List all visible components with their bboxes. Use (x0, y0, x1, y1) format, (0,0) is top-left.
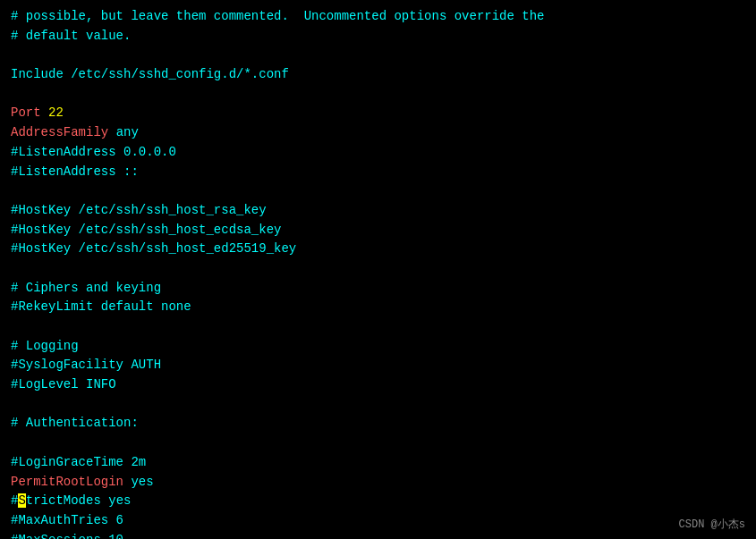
line-4: Include /etc/ssh/sshd_config.d/*.conf (11, 65, 745, 85)
line-rekeylimit: #RekeyLimit default none (11, 298, 745, 317)
watermark: CSDN @小杰s (679, 517, 745, 532)
permit-root-keyword: PermitRootLogin (11, 475, 131, 489)
line-empty1 (11, 181, 745, 201)
port-keyword: Port (11, 105, 48, 120)
line-empty3 (11, 317, 745, 337)
line-2: # default value. (11, 27, 745, 46)
address-family-value: any (116, 125, 139, 139)
line-address-family: AddressFamily any (11, 123, 745, 143)
line-auth-header: # Authentication: (11, 414, 745, 434)
port-value: 22 (48, 105, 64, 120)
line-1: # possible, but leave them commented. Un… (11, 7, 745, 27)
line-listen1: #ListenAddress 0.0.0.0 (11, 143, 745, 163)
line-empty4 (11, 395, 745, 415)
line-hostkey2: #HostKey /etc/ssh/ssh_host_ecdsa_key (11, 221, 745, 240)
line-listen2: #ListenAddress :: (11, 163, 745, 182)
line-hostkey1: #HostKey /etc/ssh/ssh_host_rsa_key (11, 201, 745, 221)
line-login-grace: #LoginGraceTime 2m (11, 453, 745, 473)
address-family-keyword: AddressFamily (11, 125, 116, 139)
line-ciphers-header: # Ciphers and keying (11, 279, 745, 299)
line-max-auth: #MaxAuthTries 6 (11, 511, 745, 531)
line-5 (11, 85, 745, 105)
line-loglevel: #LogLevel INFO (11, 375, 745, 395)
line-empty5 (11, 434, 745, 453)
line-strict-modes: #StrictModes yes (11, 492, 745, 511)
line-logging-header: # Logging (11, 337, 745, 357)
line-empty2 (11, 259, 745, 279)
line-syslog: #SyslogFacility AUTH (11, 356, 745, 375)
line-3 (11, 46, 745, 65)
terminal: # possible, but leave them commented. Un… (0, 0, 756, 539)
cursor: S (18, 493, 25, 508)
line-hostkey3: #HostKey /etc/ssh/ssh_host_ed25519_key (11, 240, 745, 259)
line-max-sessions: #MaxSessions 10 (11, 531, 745, 539)
permit-root-value: yes (131, 475, 153, 489)
line-permit-root: PermitRootLogin yes (11, 473, 745, 493)
line-port: Port 22 (11, 104, 745, 123)
